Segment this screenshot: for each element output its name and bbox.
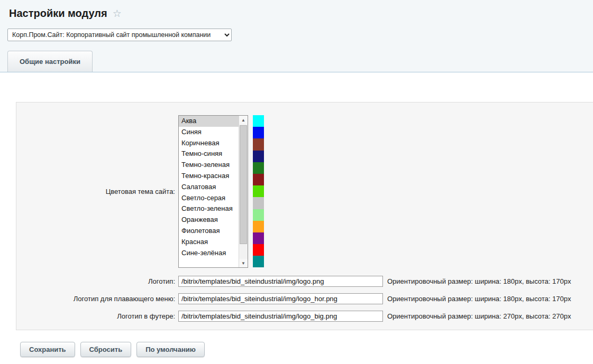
theme-color-swatch	[253, 185, 264, 197]
logo-row: Логотип: Ориентировочный размер: ширина:…	[16, 276, 593, 287]
theme-option[interactable]: Коричневая	[179, 138, 239, 149]
theme-option[interactable]: Салатовая	[179, 182, 239, 193]
theme-color-swatches	[253, 115, 264, 267]
theme-color-swatch	[253, 232, 264, 244]
listbox-scrollbar[interactable]: ▲ ▼	[239, 116, 248, 267]
theme-option[interactable]: Темно-синяя	[179, 148, 239, 160]
scrollbar-thumb[interactable]	[240, 125, 247, 244]
scroll-down-icon[interactable]: ▼	[239, 259, 248, 267]
theme-option[interactable]: Синяя	[179, 127, 239, 138]
theme-color-swatch	[253, 174, 264, 185]
tab-general-settings[interactable]: Общие настройки	[7, 51, 93, 72]
logo-input[interactable]	[178, 276, 383, 287]
theme-row: Цветовая тема сайта: Аква Синяя Коричнев…	[16, 115, 593, 268]
theme-option[interactable]: Темно-красная	[179, 171, 239, 182]
theme-option[interactable]: Темно-зеленая	[179, 160, 239, 171]
theme-color-swatch	[253, 244, 264, 256]
default-button[interactable]: По умолчанию	[136, 342, 205, 357]
theme-option[interactable]: Светло-серая	[179, 193, 239, 204]
theme-color-swatch	[253, 209, 264, 221]
logo-footer-size-hint: Ориентировочный размер: ширина: 270px, в…	[387, 312, 571, 320]
theme-option[interactable]: Красная	[179, 237, 239, 248]
favorite-star-icon[interactable]: ☆	[113, 8, 122, 18]
theme-color-swatch	[253, 115, 264, 127]
theme-color-swatch	[253, 127, 264, 138]
tab-bar: Общие настройки	[0, 51, 593, 72]
reset-button[interactable]: Сбросить	[80, 342, 132, 357]
theme-color-swatch	[253, 197, 264, 209]
theme-option[interactable]: Фиолетовая	[179, 226, 239, 237]
module-select[interactable]: Корп.Пром.Сайт: Корпоративный сайт промы…	[7, 29, 232, 41]
theme-option[interactable]: Сине-зелёная	[179, 248, 239, 259]
logo-footer-input[interactable]	[178, 311, 383, 322]
logo-label: Логотип:	[16, 277, 178, 285]
theme-option[interactable]: Светло-зеленая	[179, 203, 239, 214]
settings-content: Цветовая тема сайта: Аква Синяя Коричнев…	[0, 102, 593, 357]
save-button[interactable]: Сохранить	[20, 342, 75, 357]
theme-color-swatch	[253, 138, 264, 150]
form-buttons: Сохранить Сбросить По умолчанию	[20, 342, 593, 357]
theme-color-swatch	[253, 221, 264, 232]
page-title: Настройки модуля	[9, 7, 107, 20]
theme-listbox[interactable]: Аква Синяя Коричневая Темно-синяя Темно-…	[178, 115, 248, 268]
theme-color-swatch	[253, 256, 264, 267]
page-header: Настройки модуля ☆ Корп.Пром.Сайт: Корпо…	[0, 0, 593, 72]
logo-footer-row: Логотип в футере: Ориентировочный размер…	[16, 311, 593, 322]
logo-footer-label: Логотип в футере:	[16, 312, 178, 320]
logo-floating-menu-row: Логотип для плавающего меню: Ориентирово…	[16, 293, 593, 304]
theme-color-swatch	[253, 162, 264, 174]
scroll-up-icon[interactable]: ▲	[239, 116, 248, 124]
logo-size-hint: Ориентировочный размер: ширина: 180px, в…	[387, 277, 571, 285]
theme-option[interactable]: Оранжевая	[179, 214, 239, 226]
theme-label: Цветовая тема сайта:	[16, 188, 178, 195]
settings-form: Цветовая тема сайта: Аква Синяя Коричнев…	[16, 102, 593, 330]
logo-floating-menu-label: Логотип для плавающего меню:	[16, 295, 178, 303]
theme-option[interactable]: Аква	[179, 116, 239, 127]
logo-floating-menu-input[interactable]	[178, 293, 383, 304]
theme-color-swatch	[253, 151, 264, 162]
logo-floating-menu-size-hint: Ориентировочный размер: ширина: 180px, в…	[387, 295, 571, 303]
